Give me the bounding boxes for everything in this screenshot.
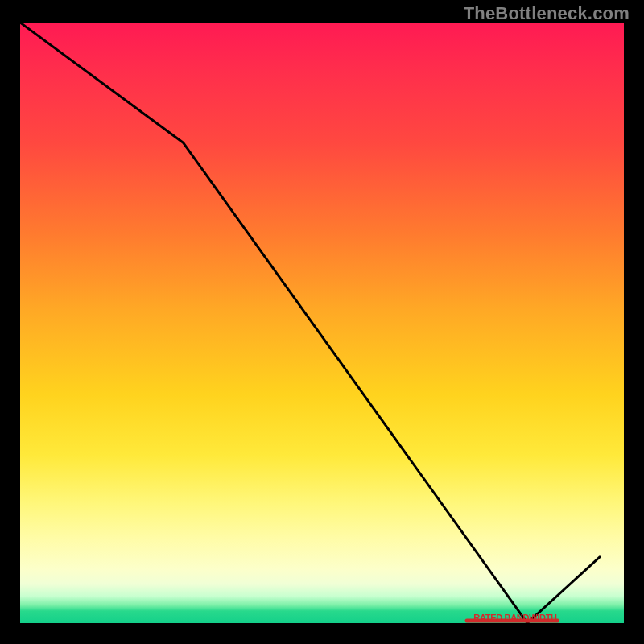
data-line — [20, 23, 624, 623]
plot-area: RATED BANDWIDTH — [20, 23, 624, 623]
watermark-text: TheBottleneck.com — [464, 3, 630, 24]
chart-frame: TheBottleneck.com RATED BANDWIDTH — [0, 0, 644, 644]
